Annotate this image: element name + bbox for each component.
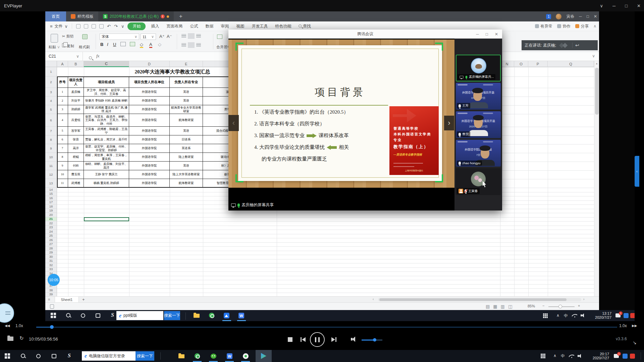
table-cell[interactable]: 1 <box>57 88 68 97</box>
zoom-level[interactable]: 85% <box>528 304 535 308</box>
borders-icon[interactable] <box>120 42 126 46</box>
next-slide-button[interactable]: › <box>444 116 454 130</box>
row-header-10[interactable]: 10 <box>45 153 57 162</box>
vertical-scroll-thumb[interactable] <box>595 68 599 115</box>
cortana-icon[interactable] <box>81 313 85 318</box>
more-icon[interactable]: ∨ <box>121 24 124 29</box>
column-header-P[interactable]: P <box>528 61 548 67</box>
align-top-icon[interactable] <box>181 34 186 38</box>
row-header-28[interactable]: 28 <box>45 246 57 251</box>
table-cell[interactable]: 2 <box>57 97 68 105</box>
table-cell[interactable]: 王寅春，武博雅，陈晓霞，王燕宁 <box>84 127 129 135</box>
row-header-19[interactable]: 19 <box>45 209 57 213</box>
table-cell[interactable]: 8 <box>57 153 68 162</box>
ribbon-right-item[interactable]: 有异常 <box>535 23 552 29</box>
bold-button[interactable]: B <box>100 42 103 47</box>
table-cell[interactable]: 外国语学院 <box>129 162 170 170</box>
close-icon[interactable]: ✕ <box>637 3 641 8</box>
column-header-A[interactable]: A <box>57 61 68 67</box>
row-header-24[interactable]: 24 <box>45 230 57 234</box>
menu-item[interactable]: 页面布局 <box>163 23 186 29</box>
add-sheet-button[interactable]: + <box>82 297 85 302</box>
notification-badge[interactable]: 1 <box>546 14 551 19</box>
cut-button[interactable]: ✂ 剪切 <box>62 34 73 39</box>
row-header-18[interactable]: 18 <box>45 204 57 209</box>
horizontal-scroll-thumb[interactable] <box>379 298 567 301</box>
row-header-17[interactable]: 17 <box>45 200 57 205</box>
next-button[interactable] <box>331 337 336 342</box>
table-cell[interactable]: 付科 <box>68 162 84 170</box>
table-cell[interactable]: 费玉双 <box>68 170 84 179</box>
cell-style-icon[interactable] <box>130 42 135 46</box>
table-cell[interactable]: 航海教研室 <box>170 114 203 127</box>
row-header-6[interactable]: 6 <box>45 114 57 127</box>
paste-icon[interactable] <box>51 34 58 43</box>
app-notification-blue-icon[interactable] <box>623 354 628 359</box>
chevron-down-icon[interactable]: ∨ <box>600 3 603 8</box>
wps-app-icon[interactable] <box>238 313 244 318</box>
table-cell[interactable]: 外国语学院 <box>129 135 170 144</box>
app-notification-blue-icon[interactable] <box>624 313 629 318</box>
table-cell[interactable]: 外国语学院 <box>129 114 170 127</box>
menu-item[interactable]: 公式 <box>186 23 201 29</box>
new-tab-button[interactable]: + <box>174 13 188 20</box>
table-cell[interactable]: 程昕，周世界，单萍，王寅春，董奕机 <box>84 153 129 162</box>
speaker-icon[interactable] <box>578 354 583 358</box>
row-header-29[interactable]: 29 <box>45 251 57 255</box>
vertical-scrollbar[interactable]: ▲ <box>594 61 599 296</box>
stop-button[interactable] <box>288 337 292 342</box>
row-header-15[interactable]: 15 <box>45 192 57 196</box>
scroll-up-icon[interactable]: ▲ <box>595 62 598 65</box>
table-cell[interactable]: 王静 张宁 窦庆兰 <box>84 170 129 179</box>
participant-tile[interactable]: 外国语学 0校教改项目开题 2020年7月27日 曾罡 <box>456 111 501 138</box>
browser-green-icon[interactable] <box>195 353 200 359</box>
font-larger-button[interactable]: A⁺ <box>159 34 165 39</box>
fx-icon[interactable]: fx <box>96 53 99 59</box>
zoom-out-button[interactable]: − <box>542 304 544 308</box>
meeting-app-icon[interactable] <box>224 313 229 318</box>
file-menu[interactable]: 文件 <box>55 23 63 29</box>
table-cell[interactable]: 6 <box>57 135 68 144</box>
hamburger-icon[interactable]: ≡ <box>50 24 53 29</box>
loop-icon[interactable]: ↻ <box>19 335 24 341</box>
align-bottom-icon[interactable] <box>196 34 201 38</box>
preview-icon[interactable] <box>99 24 104 28</box>
seek-handle[interactable] <box>50 325 54 329</box>
fill-color-icon[interactable]: ◇ <box>140 42 143 48</box>
normal-view-icon[interactable]: ▤ <box>486 304 490 309</box>
clock[interactable]: 20:172020/7/27 <box>586 352 609 360</box>
row-header-5[interactable]: 5 <box>45 105 57 114</box>
redo-icon[interactable]: ↷ <box>114 24 118 29</box>
tab-start[interactable]: 开始 <box>127 22 146 30</box>
column-header-D[interactable]: D <box>129 61 170 67</box>
table-header-cell[interactable]: 项目组成员 <box>84 76 129 88</box>
font-color-icon[interactable]: A <box>149 42 152 48</box>
search-icon[interactable] <box>66 313 71 318</box>
font-smaller-button[interactable]: A⁻ <box>167 34 172 39</box>
timestamp-bubble[interactable]: 10:05 <box>48 274 60 286</box>
tray-chevron-icon[interactable]: ∧ <box>553 353 556 358</box>
apps-grid-icon[interactable] <box>541 354 545 358</box>
ie-taskbar-search[interactable]: eppt模版 <box>116 311 163 320</box>
participant-tile-muted[interactable]: 王寅春 <box>456 168 501 195</box>
table-cell[interactable]: 7 <box>57 144 68 153</box>
format-painter-icon[interactable] <box>82 34 88 39</box>
collapse-ribbon-icon[interactable]: ∧ <box>593 24 596 28</box>
table-cell[interactable]: 曾罡、赵宏宇、孟庆楠、付科、许莹莹、孙婷婷 <box>84 144 129 153</box>
clock[interactable]: 13:172020/7/27 <box>589 311 611 319</box>
align-middle-icon[interactable] <box>189 34 194 38</box>
table-cell[interactable]: 外国语学院 <box>129 144 170 153</box>
apps-grid-icon[interactable] <box>543 313 548 318</box>
align-center-icon[interactable] <box>189 43 194 47</box>
search-go-button[interactable]: 搜索一下 <box>136 351 154 361</box>
row-header-3[interactable]: 3 <box>45 88 57 97</box>
format-painter-label[interactable]: 格式刷 <box>79 45 90 50</box>
table-cell[interactable]: 日语系 <box>170 135 203 144</box>
select-all-corner[interactable] <box>45 61 57 67</box>
tab-document[interactable]: S 2020年校教改汇总表 (公布) ! <box>98 11 174 21</box>
table-cell[interactable]: 刘业平 <box>68 97 84 105</box>
table-cell[interactable]: 英语 <box>170 97 203 105</box>
clipboard-icon[interactable] <box>50 304 54 309</box>
menu-item[interactable]: 数据 <box>202 23 217 29</box>
table-cell[interactable]: 杨杨 董奕机 孙婷婷 <box>84 179 129 188</box>
